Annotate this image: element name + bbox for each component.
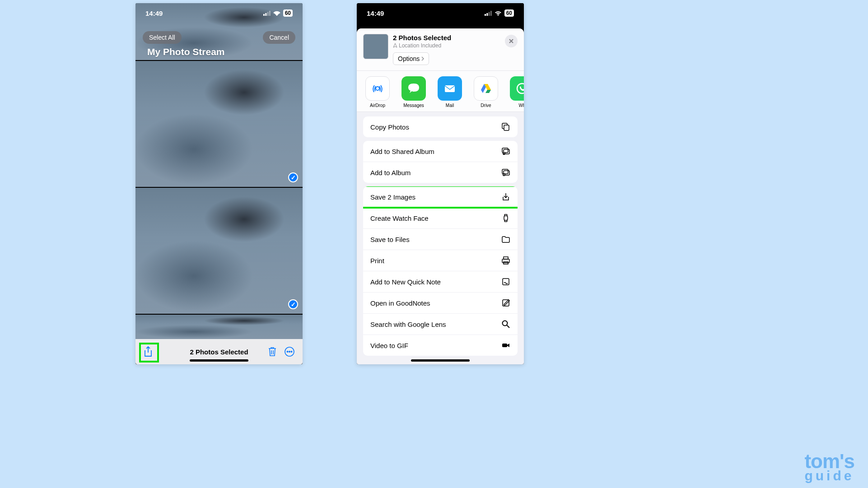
svg-rect-22 (502, 169, 508, 174)
share-header-title: 2 Photos Selected (393, 34, 451, 42)
svg-point-13 (497, 14, 499, 15)
share-app-wh[interactable]: Wh (509, 76, 524, 108)
share-header: 2 Photos Selected Location Included Opti… (357, 28, 524, 71)
photo-1[interactable]: ✓ (135, 61, 303, 187)
photo-2[interactable]: ✓ (135, 188, 303, 314)
signal-icon (485, 11, 492, 16)
svg-point-14 (376, 87, 379, 90)
action-add-to-new-quick-note[interactable]: Add to New Quick Note (363, 271, 518, 293)
action-copy-photos[interactable]: Copy Photos (363, 116, 518, 137)
svg-point-4 (276, 14, 277, 15)
wifi-icon (495, 10, 502, 16)
svg-point-6 (287, 351, 288, 352)
home-indicator (411, 359, 470, 362)
battery-indicator: 60 (283, 9, 293, 17)
action-add-to-shared-album[interactable]: Add to Shared Album (363, 141, 518, 162)
phone-screenshot-share-sheet: 14:49 60 2 Photos Selected Location Incl… (357, 3, 524, 364)
svg-rect-28 (503, 279, 509, 285)
share-action-list: Copy PhotosAdd to Shared AlbumAdd to Alb… (357, 112, 524, 356)
svg-rect-24 (504, 216, 508, 220)
action-create-watch-face[interactable]: Create Watch Face (363, 208, 518, 229)
svg-rect-2 (267, 12, 268, 16)
share-header-subtitle: Location Included (393, 42, 451, 49)
svg-rect-15 (445, 85, 455, 92)
share-sheet: 2 Photos Selected Location Included Opti… (357, 28, 524, 364)
album-title: My Photo Stream (147, 46, 225, 57)
action-search-with-google-lens[interactable]: Search with Google Lens (363, 314, 518, 335)
action-add-to-album[interactable]: Add to Album (363, 162, 518, 183)
phone-screenshot-photo-stream: ✓ ✓ 14:49 60 Select All Cancel My Photo … (135, 3, 303, 364)
share-app-row[interactable]: AirDropMessagesMailDriveWh (357, 71, 524, 112)
action-save-2-images[interactable]: Save 2 Images (363, 186, 518, 208)
svg-rect-1 (265, 13, 266, 16)
wifi-icon (273, 10, 280, 16)
svg-rect-31 (502, 344, 507, 347)
svg-rect-17 (504, 125, 509, 130)
svg-rect-0 (263, 14, 265, 16)
svg-rect-12 (490, 11, 492, 16)
svg-rect-10 (486, 13, 488, 16)
action-group: Save 2 ImagesCreate Watch FaceSave to Fi… (363, 186, 518, 356)
close-button[interactable] (505, 35, 518, 47)
action-open-in-goodnotes[interactable]: Open in GoodNotes (363, 293, 518, 314)
svg-rect-19 (502, 148, 508, 153)
share-app-drive[interactable]: Drive (472, 76, 499, 108)
svg-point-8 (291, 351, 292, 352)
cancel-button[interactable]: Cancel (263, 31, 295, 44)
select-all-button[interactable]: Select All (143, 31, 182, 44)
share-app-mail[interactable]: Mail (436, 76, 463, 108)
action-video-to-gif[interactable]: Video to GIF (363, 335, 518, 356)
share-icon[interactable] (144, 346, 153, 357)
svg-rect-3 (269, 11, 271, 16)
share-thumbnail (363, 34, 388, 59)
svg-rect-11 (488, 12, 490, 16)
share-app-messages[interactable]: Messages (400, 76, 427, 108)
home-indicator (190, 359, 248, 362)
trash-icon[interactable] (268, 347, 276, 357)
more-icon[interactable] (285, 347, 294, 357)
toms-guide-watermark: tom's guide (804, 450, 854, 483)
status-bar: 14:49 60 (357, 3, 524, 23)
battery-indicator: 60 (504, 9, 514, 17)
action-save-to-files[interactable]: Save to Files (363, 229, 518, 250)
action-group: Add to Shared AlbumAdd to Album (363, 141, 518, 183)
signal-icon (263, 11, 271, 16)
photo-3[interactable] (135, 315, 303, 339)
selected-count-label: 2 Photos Selected (190, 348, 248, 356)
svg-point-30 (503, 321, 508, 326)
share-app-airdrop[interactable]: AirDrop (364, 76, 391, 108)
svg-point-7 (289, 351, 290, 352)
selected-checkmark-icon: ✓ (288, 299, 298, 309)
options-button[interactable]: Options (393, 52, 429, 65)
selected-checkmark-icon: ✓ (288, 172, 298, 182)
status-time: 14:49 (367, 9, 384, 17)
action-group: Copy Photos (363, 116, 518, 137)
status-time: 14:49 (145, 9, 163, 17)
action-print[interactable]: Print (363, 250, 518, 271)
svg-rect-9 (485, 14, 486, 16)
status-bar: 14:49 60 (135, 3, 303, 23)
